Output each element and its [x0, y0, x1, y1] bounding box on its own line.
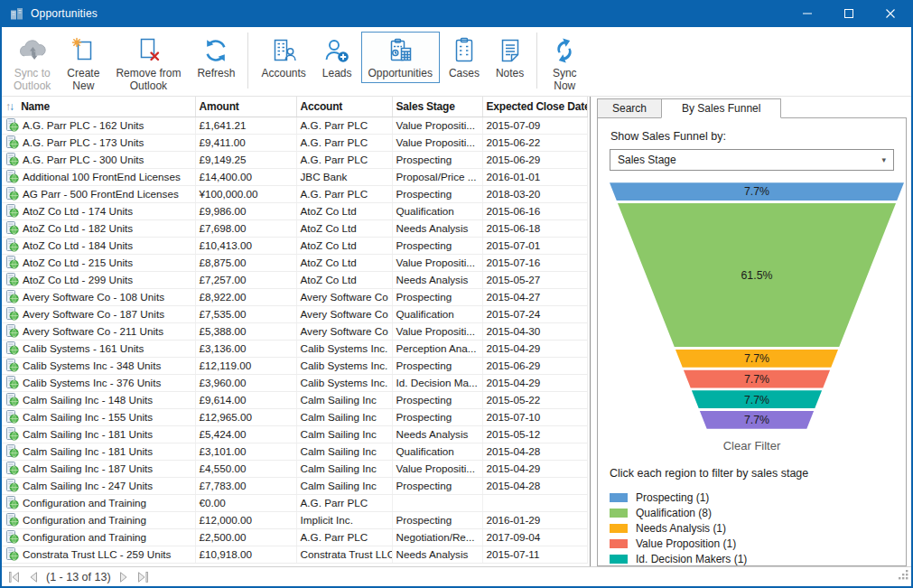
next-page-icon[interactable]: [119, 572, 128, 583]
cell-amount: £4,550.00: [195, 461, 296, 478]
clear-filter-button[interactable]: Clear Filter: [610, 439, 894, 453]
cell-expected-close-date: 2015-05-12: [482, 426, 587, 443]
last-page-icon[interactable]: [136, 572, 149, 583]
table-row[interactable]: Calm Sailing Inc - 187 Units£4,550.00Cal…: [2, 461, 587, 478]
table-row[interactable]: Calm Sailing Inc - 247 Units£7,783.00Cal…: [2, 478, 587, 495]
toolbar-button-opportunities[interactable]: Opportunities: [361, 32, 440, 83]
toolbar-button-accounts[interactable]: Accounts: [254, 32, 312, 83]
column-header-sales-stage[interactable]: Sales Stage: [392, 97, 482, 117]
cell-name: Avery Software Co - 108 Units: [2, 289, 195, 306]
resize-grip[interactable]: [898, 568, 909, 584]
tab-by-sales-funnel[interactable]: By Sales Funnel: [661, 98, 781, 118]
toolbar-button-create-new[interactable]: Create New: [60, 32, 107, 96]
cell-amount: £7,698.00: [195, 220, 296, 238]
cell-sales-stage: Perception Ana...: [392, 341, 482, 358]
opportunity-record-icon: [5, 462, 19, 475]
table-row[interactable]: A.G. Parr PLC - 173 Units£9,411.00A.G. P…: [2, 135, 587, 152]
cell-name: Constrata Trust LLC - 259 Units: [2, 546, 195, 564]
refresh-icon: [201, 35, 230, 66]
tab-search[interactable]: Search: [597, 98, 662, 118]
cell-expected-close-date: 2015-04-29: [482, 375, 587, 392]
opportunity-record-icon: [5, 324, 19, 338]
toolbar-button-notes[interactable]: Notes: [489, 32, 531, 83]
cell-name: Configuration and Training: [2, 495, 195, 512]
cell-name: Calib Systems - 161 Units: [2, 341, 195, 358]
opportunity-record-icon: [5, 135, 19, 149]
opportunity-record-icon: [5, 359, 19, 372]
close-icon[interactable]: [870, 0, 911, 27]
first-page-icon[interactable]: [8, 572, 21, 583]
cell-expected-close-date: 2015-04-29: [482, 461, 587, 478]
cell-account: Calm Sailing Inc: [296, 392, 392, 409]
cell-name: Calm Sailing Inc - 181 Units: [2, 443, 195, 461]
cell-sales-stage: Qualification: [392, 203, 482, 220]
table-row[interactable]: Avery Software Co - 108 Units£8,922.00Av…: [2, 289, 587, 306]
funnel-segment-label: 7.7%: [744, 414, 769, 426]
clipboard-list-icon: [451, 35, 478, 66]
toolbar-button-sync-to-outlook[interactable]: Sync to Outlook: [6, 32, 58, 96]
cell-amount: £8,922.00: [195, 289, 296, 306]
legend-label: Prospecting (1): [636, 491, 709, 504]
cell-account: A.G. Parr PLC: [296, 495, 392, 512]
sort-icon: ↑↓: [5, 100, 13, 113]
table-row[interactable]: Additional 100 FrontEnd Licenses£14,400.…: [2, 169, 587, 186]
table-row[interactable]: Calm Sailing Inc - 181 Units£5,424.00Cal…: [2, 426, 587, 443]
cell-account: Calib Systems Inc.: [296, 375, 392, 392]
toolbar-button-cases[interactable]: Cases: [442, 32, 487, 83]
maximize-icon[interactable]: [828, 0, 870, 27]
cell-expected-close-date: 2015-04-29: [482, 341, 587, 358]
toolbar-button-refresh[interactable]: Refresh: [190, 32, 242, 83]
column-header-expected-close-date[interactable]: Expected Close Date: [482, 97, 587, 117]
table-row[interactable]: AtoZ Co Ltd - 215 Units£8,875.00AtoZ Co …: [2, 255, 587, 272]
chevron-down-icon: ▾: [881, 155, 886, 164]
table-row[interactable]: Calm Sailing Inc - 155 Units£12,965.00Ca…: [2, 409, 587, 426]
toolbar-button-remove-from-outlook[interactable]: Remove from Outlook: [108, 32, 188, 96]
cell-amount: £5,388.00: [195, 323, 296, 341]
cell-account: Avery Software Co: [296, 306, 392, 323]
table-row[interactable]: AtoZ Co Ltd - 299 Units£7,257.00AtoZ Co …: [2, 272, 587, 289]
funnel-by-select[interactable]: Sales Stage ▾: [610, 149, 894, 171]
cell-name: Avery Software Co - 187 Units: [2, 306, 195, 323]
minimize-icon[interactable]: [787, 0, 828, 27]
table-row[interactable]: Calib Systems Inc - 348 Units£12,119.00C…: [2, 358, 587, 375]
column-header-account[interactable]: Account: [296, 97, 392, 117]
previous-page-icon[interactable]: [29, 572, 38, 583]
legend-swatch-icon: [610, 539, 628, 548]
table-row[interactable]: AtoZ Co Ltd - 174 Units£9,986.00AtoZ Co …: [2, 203, 587, 220]
table-row[interactable]: AtoZ Co Ltd - 184 Units£10,413.00AtoZ Co…: [2, 238, 587, 255]
cell-amount: £8,875.00: [195, 255, 296, 272]
table-row[interactable]: Avery Software Co - 211 Units£5,388.00Av…: [2, 323, 587, 341]
table-row[interactable]: Configuration and Training£2,500.00A.G. …: [2, 529, 587, 546]
cell-sales-stage: Needs Analysis: [392, 546, 482, 564]
funnel-legend: Prospecting (1)Qualification (8)Needs An…: [610, 490, 894, 566]
table-row[interactable]: A.G. Parr PLC - 300 Units£9,149.25A.G. P…: [2, 152, 587, 169]
toolbar-button-leads[interactable]: Leads: [315, 32, 359, 83]
table-row[interactable]: Calib Systems Inc - 376 Units£3,960.00Ca…: [2, 375, 587, 392]
cell-account: A.G. Parr PLC: [296, 117, 392, 135]
cell-expected-close-date: 2015-06-29: [482, 358, 587, 375]
column-header-name[interactable]: ↑↓ Name: [2, 97, 195, 117]
title-bar: Opportunities: [2, 0, 911, 27]
cell-name: Additional 100 FrontEnd Licenses: [2, 169, 195, 186]
opportunity-record-icon: [5, 444, 19, 458]
table-row[interactable]: AtoZ Co Ltd - 182 Units£7,698.00AtoZ Co …: [2, 220, 587, 238]
table-row[interactable]: Configuration and Training€0.00A.G. Parr…: [2, 495, 587, 512]
table-row[interactable]: Calib Systems - 161 Units£3,136.00Calib …: [2, 341, 587, 358]
cell-sales-stage: Prospecting: [392, 152, 482, 169]
table-row[interactable]: A.G. Parr PLC - 162 Units£1,641.21A.G. P…: [2, 117, 587, 135]
cloud-sync-icon: [15, 35, 50, 66]
table-row[interactable]: Configuration and Training£12,000.00Impl…: [2, 512, 587, 529]
toolbar-button-sync-now[interactable]: Sync Now: [543, 32, 586, 96]
table-row[interactable]: Calm Sailing Inc - 148 Units£9,614.00Cal…: [2, 392, 587, 409]
opportunity-record-icon: [5, 513, 19, 527]
cell-amount: £3,136.00: [195, 341, 296, 358]
cell-sales-stage: Proposal/Price ...: [392, 169, 482, 186]
cell-name: Calm Sailing Inc - 181 Units: [2, 426, 195, 443]
legend-item: Needs Analysis (1): [610, 520, 894, 536]
table-row[interactable]: Calm Sailing Inc - 181 Units£3,101.00Cal…: [2, 443, 587, 461]
toolbar-label: Refresh: [197, 67, 235, 79]
table-row[interactable]: Avery Software Co - 187 Units£7,535.00Av…: [2, 306, 587, 323]
table-row[interactable]: Constrata Trust LLC - 259 Units£10,918.0…: [2, 546, 587, 564]
column-header-amount[interactable]: Amount: [195, 97, 296, 117]
table-row[interactable]: AG Parr - 500 FrontEnd Licenses¥100,000.…: [2, 186, 587, 203]
